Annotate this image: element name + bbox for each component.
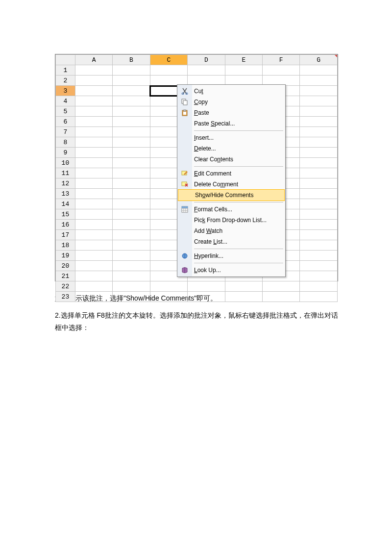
- cell[interactable]: [300, 178, 338, 189]
- cell[interactable]: [300, 65, 338, 76]
- menu-clear-contents[interactable]: Clear Contents: [177, 154, 285, 165]
- row-header-13[interactable]: 13: [56, 189, 75, 199]
- cell[interactable]: [225, 65, 262, 76]
- cell[interactable]: [75, 189, 112, 199]
- cell[interactable]: [300, 281, 338, 292]
- row-header-4[interactable]: 4: [56, 96, 75, 106]
- cell[interactable]: [75, 230, 112, 240]
- cell[interactable]: [113, 96, 150, 106]
- cell[interactable]: [300, 127, 338, 137]
- cell[interactable]: [113, 158, 150, 168]
- cell[interactable]: [75, 137, 112, 148]
- row-header-22[interactable]: 22: [56, 281, 75, 292]
- cell[interactable]: [75, 127, 112, 137]
- cell[interactable]: [113, 148, 150, 158]
- cell[interactable]: [150, 65, 187, 76]
- cell[interactable]: [113, 209, 150, 220]
- cell[interactable]: [75, 220, 112, 230]
- cell[interactable]: [113, 240, 150, 251]
- cell[interactable]: [113, 86, 150, 96]
- menu-cut[interactable]: Cut: [177, 86, 285, 97]
- cell[interactable]: [75, 86, 112, 96]
- cell[interactable]: [113, 292, 150, 302]
- cell[interactable]: [225, 281, 262, 292]
- cell[interactable]: [300, 220, 338, 230]
- cell[interactable]: [300, 199, 338, 209]
- row-header-11[interactable]: 11: [56, 168, 75, 178]
- cell[interactable]: [113, 199, 150, 209]
- cell[interactable]: [150, 292, 187, 302]
- row-header-16[interactable]: 16: [56, 220, 75, 230]
- row-header-19[interactable]: 19: [56, 251, 75, 261]
- cell[interactable]: [75, 271, 112, 281]
- cell[interactable]: [300, 96, 338, 106]
- cell[interactable]: [300, 251, 338, 261]
- row-header-23[interactable]: 23: [56, 292, 75, 302]
- cell[interactable]: [75, 281, 112, 292]
- menu-format-cells[interactable]: Format Cells...: [177, 204, 285, 215]
- menu-look-up[interactable]: Look Up...: [177, 265, 285, 276]
- cell[interactable]: [188, 281, 225, 292]
- cell[interactable]: [188, 65, 225, 76]
- cell[interactable]: [113, 251, 150, 261]
- cell[interactable]: [113, 127, 150, 137]
- cell[interactable]: [75, 292, 112, 302]
- cell[interactable]: [113, 65, 150, 76]
- cell[interactable]: [75, 199, 112, 209]
- col-header-f[interactable]: F: [263, 55, 300, 65]
- col-header-c[interactable]: C: [150, 55, 187, 65]
- col-header-e[interactable]: E: [225, 55, 262, 65]
- row-header-3[interactable]: 3: [56, 86, 75, 96]
- cell[interactable]: [113, 271, 150, 281]
- menu-paste[interactable]: Paste: [177, 107, 285, 118]
- cell[interactable]: [300, 106, 338, 117]
- cell[interactable]: [75, 76, 112, 86]
- menu-insert[interactable]: Insert...: [177, 132, 285, 143]
- cell[interactable]: [113, 178, 150, 189]
- menu-show-hide-comments[interactable]: Show/Hide Comments: [178, 190, 284, 201]
- cell[interactable]: [75, 106, 112, 117]
- cell[interactable]: [300, 230, 338, 240]
- cell[interactable]: [75, 261, 112, 271]
- cell[interactable]: [113, 117, 150, 127]
- cell[interactable]: [300, 76, 338, 86]
- cell[interactable]: [300, 292, 338, 302]
- col-header-g[interactable]: G: [300, 55, 338, 65]
- row-header-20[interactable]: 20: [56, 261, 75, 271]
- cell[interactable]: [75, 158, 112, 168]
- menu-pick-dropdown[interactable]: Pick From Drop-down List...: [177, 215, 285, 226]
- cell[interactable]: [300, 137, 338, 148]
- row-header-6[interactable]: 6: [56, 117, 75, 127]
- cell[interactable]: [300, 168, 338, 178]
- cell[interactable]: [113, 76, 150, 86]
- row-header-9[interactable]: 9: [56, 148, 75, 158]
- row-header-15[interactable]: 15: [56, 209, 75, 220]
- cell[interactable]: [75, 240, 112, 251]
- menu-delete[interactable]: Delete...: [177, 143, 285, 154]
- row-header-1[interactable]: 1: [56, 65, 75, 76]
- col-header-a[interactable]: A: [75, 55, 112, 65]
- cell[interactable]: [75, 65, 112, 76]
- cell[interactable]: [113, 230, 150, 240]
- cell[interactable]: [300, 189, 338, 199]
- cell[interactable]: [225, 292, 262, 302]
- select-all-corner[interactable]: [56, 55, 75, 65]
- row-header-7[interactable]: 7: [56, 127, 75, 137]
- row-header-10[interactable]: 10: [56, 158, 75, 168]
- cell[interactable]: [113, 189, 150, 199]
- menu-delete-comment[interactable]: Delete Comment: [177, 179, 285, 190]
- row-header-18[interactable]: 18: [56, 240, 75, 251]
- cell[interactable]: [300, 86, 338, 96]
- cell[interactable]: [300, 209, 338, 220]
- col-header-d[interactable]: D: [188, 55, 225, 65]
- cell[interactable]: [75, 117, 112, 127]
- row-header-8[interactable]: 8: [56, 137, 75, 148]
- cell[interactable]: [300, 261, 338, 271]
- menu-edit-comment[interactable]: Edit Comment: [177, 168, 285, 179]
- row-header-17[interactable]: 17: [56, 230, 75, 240]
- menu-add-watch[interactable]: Add Watch: [177, 226, 285, 236]
- cell[interactable]: [75, 148, 112, 158]
- cell[interactable]: [75, 178, 112, 189]
- col-header-b[interactable]: B: [113, 55, 150, 65]
- cell[interactable]: [300, 271, 338, 281]
